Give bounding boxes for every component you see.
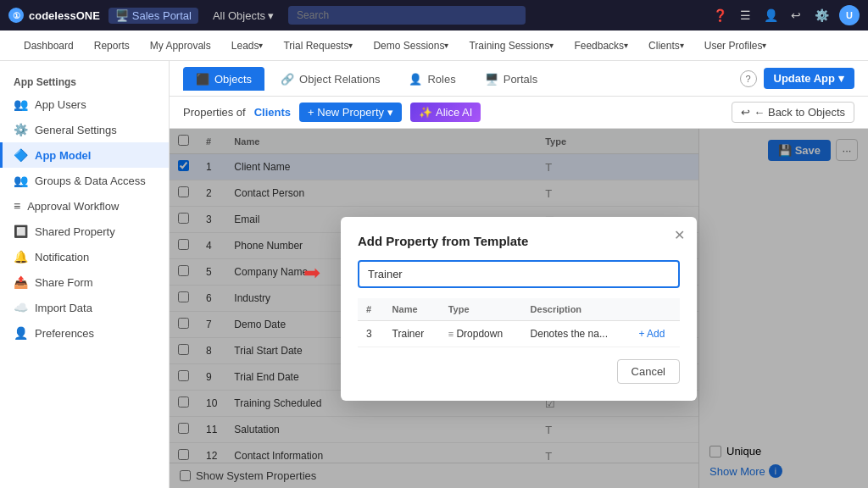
shared-icon: 🔲	[14, 225, 28, 238]
sidebar-label-import: Import Data	[35, 302, 92, 314]
nav-training-sessions[interactable]: Training Sessions	[459, 30, 564, 60]
update-app-button[interactable]: Update App ▾	[764, 68, 854, 89]
settings-icon[interactable]: ⚙️	[814, 8, 829, 23]
navbar: Dashboard Reports My Approvals Leads Tri…	[0, 30, 868, 61]
tab-objects[interactable]: ⬛ Objects	[183, 67, 264, 91]
sidebar-label-notification: Notification	[35, 251, 89, 263]
nav-leads[interactable]: Leads	[221, 30, 274, 60]
new-property-label: + New Property	[308, 106, 384, 119]
add-link[interactable]: + Add	[638, 328, 665, 340]
modal-col-action	[630, 298, 680, 321]
users-icon[interactable]: ☰	[737, 8, 753, 23]
chevron-down-icon: ▾	[387, 106, 393, 119]
sidebar-label-groups: Groups & Data Access	[35, 175, 146, 187]
modal-col-type: Type	[440, 298, 522, 321]
all-objects-button[interactable]: All Objects ▾	[207, 7, 280, 25]
properties-header: Properties of Clients + New Property ▾ ✨…	[170, 97, 868, 129]
app-name-label: Sales Portal	[132, 9, 192, 22]
tab-roles[interactable]: 👤 Roles	[396, 67, 468, 91]
sidebar-label-share-form: Share Form	[35, 276, 93, 289]
sidebar-item-app-users[interactable]: 👥 App Users	[0, 92, 169, 117]
sidebar-label-approval: Approval Workflow	[27, 200, 119, 213]
history-icon[interactable]: ↩	[788, 8, 804, 23]
modal-row-description: Denotes the na...	[522, 320, 631, 347]
sidebar-item-shared-property[interactable]: 🔲 Shared Property	[0, 219, 169, 244]
sidebar-item-approval-workflow[interactable]: ≡ Approval Workflow	[0, 193, 169, 219]
objects-tab-icon: ⬛	[196, 73, 209, 86]
sidebar-item-notification[interactable]: 🔔 Notification	[0, 244, 169, 269]
sidebar-label-app-model: App Model	[35, 149, 91, 162]
nav-user-profiles[interactable]: User Profiles	[694, 30, 777, 60]
sidebar-item-groups-data-access[interactable]: 👥 Groups & Data Access	[0, 168, 169, 193]
back-to-objects-button[interactable]: ↩ ← Back to Objects	[732, 102, 854, 123]
cancel-button[interactable]: Cancel	[617, 359, 680, 384]
tabs-help-icon[interactable]: ?	[740, 70, 757, 87]
nav-demo-sessions[interactable]: Demo Sessions	[363, 30, 459, 60]
main-layout: App Settings 👥 App Users ⚙️ General Sett…	[0, 61, 868, 488]
modal-col-name: Name	[384, 298, 440, 321]
avatar[interactable]: U	[839, 5, 860, 25]
tab-objects-label: Objects	[214, 73, 252, 86]
nav-approvals[interactable]: My Approvals	[140, 30, 221, 60]
tab-portals[interactable]: 🖥️ Portals	[472, 67, 550, 91]
tab-roles-label: Roles	[427, 73, 455, 86]
chevron-down-icon: ▾	[268, 9, 274, 22]
logo-icon: ①	[8, 8, 24, 23]
sidebar-item-app-model[interactable]: 🔷 App Model	[0, 142, 169, 168]
modal-close-button[interactable]: ✕	[674, 227, 685, 243]
sidebar-item-import-data[interactable]: ☁️ Import Data	[0, 295, 169, 320]
prefs-icon: 👤	[14, 326, 28, 340]
app-name-badge[interactable]: 🖥️ Sales Portal	[108, 8, 198, 24]
sidebar-item-share-form[interactable]: 📤 Share Form	[0, 269, 169, 295]
sidebar-label-general-settings: General Settings	[35, 124, 117, 136]
nav-feedbacks[interactable]: Feedbacks	[564, 30, 638, 60]
sidebar: App Settings 👥 App Users ⚙️ General Sett…	[0, 61, 170, 488]
sidebar-item-general-settings[interactable]: ⚙️ General Settings	[0, 117, 169, 142]
relations-tab-icon: 🔗	[281, 73, 294, 86]
sidebar-label-shared: Shared Property	[35, 225, 115, 238]
sidebar-section-title: App Settings	[0, 69, 169, 92]
modal-table-row: 3 Trainer ≡ Dropdown Denotes the na... +…	[358, 320, 680, 347]
tab-portals-label: Portals	[504, 73, 537, 86]
modal-col-num: #	[358, 298, 384, 321]
tabs-right: ? Update App ▾	[740, 68, 854, 89]
model-icon: 🔷	[14, 148, 28, 162]
modal-search-input[interactable]	[358, 260, 680, 288]
cloud-icon: ☁️	[14, 301, 28, 314]
chevron-down-icon: ▾	[838, 72, 844, 85]
red-arrow-icon: ➡	[303, 261, 320, 285]
alice-ai-button[interactable]: ✨ Alice AI	[410, 103, 481, 122]
tab-object-relations[interactable]: 🔗 Object Relations	[268, 67, 392, 91]
modal-footer: Cancel	[358, 347, 680, 384]
alice-ai-label: Alice AI	[436, 106, 472, 119]
nav-clients[interactable]: Clients	[638, 30, 694, 60]
topbar-icons: ❓ ☰ 👤 ↩ ⚙️ U	[712, 5, 860, 25]
logo: ① codelessONE	[8, 8, 100, 23]
nav-trial-requests[interactable]: Trial Requests	[273, 30, 363, 60]
modal-row-num: 3	[358, 320, 384, 347]
modal-overlay: ➡ Add Property from Template ✕ # Name Ty…	[170, 129, 868, 488]
search-input[interactable]	[288, 6, 526, 25]
help-icon[interactable]: ❓	[712, 8, 727, 23]
new-property-button[interactable]: + New Property ▾	[299, 103, 402, 122]
back-arrow-icon: ↩	[741, 106, 750, 119]
users-icon: 👥	[14, 97, 28, 111]
sidebar-item-preferences[interactable]: 👤 Preferences	[0, 320, 169, 346]
portals-tab-icon: 🖥️	[485, 73, 498, 86]
modal-title: Add Property from Template	[358, 234, 680, 248]
content-body: # Name Type 1 Client Name T 2 Contact Pe…	[170, 129, 868, 488]
nav-dashboard[interactable]: Dashboard	[14, 30, 84, 60]
user-icon[interactable]: 👤	[763, 8, 778, 23]
tab-relations-label: Object Relations	[299, 73, 380, 86]
nav-reports[interactable]: Reports	[84, 30, 140, 60]
bell-icon: 🔔	[14, 250, 28, 263]
share-icon: 📤	[14, 275, 28, 289]
modal-row-name: Trainer	[384, 320, 440, 347]
modal-row-add[interactable]: + Add	[630, 320, 680, 347]
roles-tab-icon: 👤	[409, 73, 422, 86]
modal-results-table: # Name Type Description 3 Trainer ≡ Drop…	[358, 298, 680, 347]
gear-icon: ⚙️	[14, 123, 28, 136]
sidebar-label-app-users: App Users	[35, 98, 86, 111]
groups-icon: 👥	[14, 174, 28, 187]
logo-text: codelessONE	[29, 9, 100, 22]
